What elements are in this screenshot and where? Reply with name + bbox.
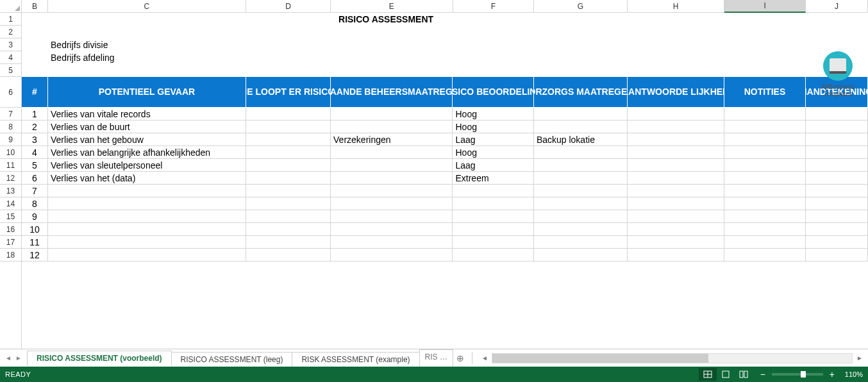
cell-signature[interactable] — [806, 108, 868, 120]
cell-notes[interactable] — [724, 210, 805, 223]
cell-responsibilities[interactable] — [628, 210, 725, 223]
cell-notes[interactable] — [724, 223, 805, 236]
column-header-J[interactable]: J — [806, 0, 868, 12]
cell-rating[interactable] — [453, 185, 533, 197]
cell-controls[interactable] — [331, 185, 453, 197]
cell-num[interactable]: 3 — [22, 133, 48, 146]
cell-signature[interactable] — [806, 159, 868, 172]
field-afdeling[interactable] — [453, 51, 533, 64]
cell-hazard[interactable] — [48, 197, 246, 210]
cell-controls[interactable] — [331, 210, 453, 223]
cell-who[interactable] — [246, 210, 331, 223]
cell-signature[interactable] — [806, 146, 868, 159]
cell-rating[interactable] — [453, 197, 533, 210]
cell-notes[interactable] — [724, 249, 805, 262]
row-header-3[interactable]: 3 — [0, 38, 21, 51]
cell-signature[interactable] — [806, 249, 868, 262]
cell-num[interactable]: 4 — [22, 146, 48, 159]
cell-hazard[interactable] — [48, 249, 246, 262]
cell-responsibilities[interactable] — [628, 185, 725, 197]
cell-num[interactable]: 7 — [22, 185, 48, 197]
cell-notes[interactable] — [724, 159, 805, 172]
row-header-17[interactable]: 17 — [0, 236, 21, 249]
row-header-11[interactable]: 11 — [0, 159, 21, 172]
field-divisie[interactable] — [246, 38, 331, 51]
cell-rating[interactable] — [453, 236, 533, 249]
cell-num[interactable]: 1 — [22, 108, 48, 120]
cell-precautions[interactable] — [534, 185, 628, 197]
row-header-15[interactable]: 15 — [0, 210, 21, 223]
cell-precautions[interactable] — [534, 197, 628, 210]
cell-hazard[interactable]: Verlies van belangrijke afhankelijkheden — [48, 146, 246, 159]
cell-signature[interactable] — [806, 210, 868, 223]
cell-hazard[interactable] — [48, 185, 246, 197]
cell-who[interactable] — [246, 172, 331, 185]
cell-precautions[interactable] — [534, 146, 628, 159]
scroll-track[interactable] — [492, 353, 853, 363]
cell-controls[interactable] — [331, 146, 453, 159]
cell-num[interactable]: 5 — [22, 159, 48, 172]
cell-signature[interactable] — [806, 197, 868, 210]
cell-who[interactable] — [246, 146, 331, 159]
cell-who[interactable] — [246, 185, 331, 197]
cell-hazard[interactable]: Verlies van de buurt — [48, 120, 246, 133]
page-break-view-button[interactable] — [735, 368, 753, 381]
cell-num[interactable]: 11 — [22, 236, 48, 249]
cell-notes[interactable] — [724, 120, 805, 133]
cell-who[interactable] — [246, 197, 331, 210]
cell-precautions[interactable] — [534, 210, 628, 223]
cell-precautions[interactable] — [534, 120, 628, 133]
cell-notes[interactable] — [724, 236, 805, 249]
zoom-out-button[interactable]: − — [758, 369, 768, 379]
column-header-E[interactable]: E — [331, 0, 453, 12]
cell-rating[interactable]: Extreem — [453, 172, 533, 185]
table-header-notes[interactable]: NOTITIES — [724, 77, 805, 108]
field-afdeling[interactable] — [246, 51, 331, 64]
cell-num[interactable]: 12 — [22, 249, 48, 262]
table-header-rating[interactable]: RISICO BEOORDELING — [453, 77, 533, 108]
cell-precautions[interactable]: Backup lokatie — [534, 133, 628, 146]
cell-who[interactable] — [246, 249, 331, 262]
cell-notes[interactable] — [724, 185, 805, 197]
row-header-13[interactable]: 13 — [0, 185, 21, 197]
cell-notes[interactable] — [724, 108, 805, 120]
zoom-slider[interactable] — [772, 373, 823, 376]
column-header-D[interactable]: D — [246, 0, 331, 12]
cell-signature[interactable] — [806, 223, 868, 236]
cell-rating[interactable]: Hoog — [453, 108, 533, 120]
cell-num[interactable]: 6 — [22, 172, 48, 185]
cell-controls[interactable] — [331, 197, 453, 210]
tab-prev-icon[interactable]: ◄ — [4, 354, 13, 363]
row-header-18[interactable]: 18 — [0, 249, 21, 262]
cell-rating[interactable]: Laag — [453, 133, 533, 146]
column-header-I[interactable]: I — [724, 0, 805, 13]
table-header-num[interactable]: # — [22, 77, 48, 108]
cell-responsibilities[interactable] — [628, 159, 725, 172]
cell-responsibilities[interactable] — [628, 120, 725, 133]
table-header-precautions[interactable]: VOORZORGS MAATREGELEN — [534, 77, 628, 108]
tab-overflow[interactable]: RIS … — [419, 349, 453, 367]
cell-controls[interactable] — [331, 172, 453, 185]
cell-rating[interactable] — [453, 210, 533, 223]
cell-responsibilities[interactable] — [628, 172, 725, 185]
row-header-4[interactable]: 4 — [0, 51, 21, 64]
cell-responsibilities[interactable] — [628, 197, 725, 210]
cell-who[interactable] — [246, 133, 331, 146]
row-header-10[interactable]: 10 — [0, 146, 21, 159]
field-divisie[interactable] — [628, 38, 725, 51]
cell-who[interactable] — [246, 159, 331, 172]
cells-area[interactable]: RISICO ASSESSMENTBedrijfs divisieBedrijf… — [22, 13, 868, 262]
cell-signature[interactable] — [806, 236, 868, 249]
cell-precautions[interactable] — [534, 108, 628, 120]
scroll-thumb[interactable] — [492, 354, 708, 363]
column-header-B[interactable]: B — [22, 0, 48, 12]
cell-hazard[interactable] — [48, 223, 246, 236]
cell-precautions[interactable] — [534, 223, 628, 236]
row-header-1[interactable]: 1 — [0, 13, 21, 26]
table-header-hazard[interactable]: POTENTIEEL GEVAAR — [48, 77, 246, 108]
cell-signature[interactable] — [806, 172, 868, 185]
cell-num[interactable]: 2 — [22, 120, 48, 133]
sheet-tab[interactable]: RISK ASSESSMENT (example) — [292, 352, 419, 367]
row-header-6[interactable]: 6 — [0, 77, 21, 108]
zoom-in-button[interactable]: + — [827, 369, 837, 379]
